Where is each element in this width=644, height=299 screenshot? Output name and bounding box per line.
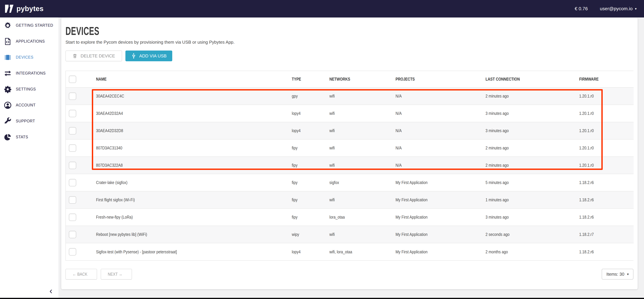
pybytes-logo[interactable]: pybytes [5, 5, 44, 13]
table-row[interactable]: 30AEA42D32D8 lopy4 wifi N/A 3 minutes ag… [66, 122, 634, 139]
row-checkbox[interactable] [69, 196, 76, 204]
sidebar-item-getting-started[interactable]: GETTING STARTED [0, 18, 58, 34]
table-row[interactable]: First flight sigfox (Wi-Fi) fipy wifi My… [66, 191, 634, 208]
sidebar-item-support[interactable]: SUPPORT [0, 113, 58, 129]
next-button[interactable]: NEXT → [101, 269, 132, 280]
device-last-connection: 3 minutes ago [486, 111, 509, 116]
device-projects: My First Application [396, 250, 428, 254]
device-firmware: 1.20.1.r0 [579, 94, 594, 98]
account-balance: € 0.76 [575, 6, 588, 12]
device-type: lopy4 [292, 128, 301, 133]
device-networks: wifi, lora_otaa [330, 250, 352, 254]
row-checkbox[interactable] [69, 92, 76, 100]
add-via-usb-label: ADD VIA USB [139, 54, 166, 58]
device-name: 807D3AC322A8 [96, 163, 123, 168]
sidebar-item-label: DEVICES [16, 55, 34, 60]
device-projects: My First Application [396, 180, 428, 185]
page-subtitle: Start to explore the Pycom devices by pr… [66, 40, 634, 45]
column-header-projects: PROJECTS [396, 77, 415, 82]
device-type: wipy [292, 232, 299, 237]
row-checkbox[interactable] [69, 110, 76, 117]
device-last-connection: 1 minutes ago [486, 198, 509, 202]
sidebar-item-applications[interactable]: APPLICATIONS [0, 34, 58, 49]
sidebar-item-stats[interactable]: STATS [0, 129, 58, 145]
add-via-usb-button[interactable]: ADD VIA USB [126, 50, 172, 61]
device-last-connection: 2 months ago [486, 250, 508, 254]
table-row[interactable]: Sigfox-test (with Pysense) - [pastoor pe… [66, 243, 634, 260]
device-projects: N/A [396, 111, 402, 116]
row-checkbox[interactable] [69, 179, 76, 186]
table-row[interactable]: 807D3AC322A8 fipy wifi N/A 2 minutes ago… [66, 157, 634, 174]
device-last-connection: 2 minutes ago [486, 146, 509, 150]
row-checkbox[interactable] [69, 162, 76, 169]
table-row[interactable]: 807D3AC31340 fipy wifi N/A 2 minutes ago… [66, 139, 634, 157]
table-header-row: NAME TYPE NETWORKS PROJECTS LAST CONNECT… [66, 71, 634, 88]
column-header-name: NAME [96, 77, 106, 82]
device-firmware: 1.18.2.r6 [579, 215, 594, 220]
device-projects: My First Application [396, 232, 428, 237]
toolbar: DELETE DEVICE ADD VIA USB [66, 50, 634, 61]
items-per-page-dropdown[interactable]: Items: 30 ▾ [602, 269, 634, 280]
table-row[interactable]: Reboot [new pybytes lib] (WiFi) wipy wif… [66, 226, 634, 243]
page-title: DEVICES [66, 25, 440, 36]
table-row[interactable]: 30AEA42CEC4C gpy wifi N/A 2 minutes ago … [66, 88, 634, 105]
wrench-icon [3, 117, 12, 125]
row-checkbox[interactable] [69, 214, 76, 221]
device-name: First flight sigfox (Wi-Fi) [96, 198, 135, 202]
device-type: fipy [292, 146, 298, 150]
device-networks: wifi [330, 111, 335, 116]
device-type: lopy4 [292, 111, 301, 116]
delete-device-label: DELETE DEVICE [80, 54, 115, 58]
device-firmware: 1.18.2.r6 [579, 180, 594, 185]
row-checkbox[interactable] [69, 127, 76, 134]
column-header-type: TYPE [292, 77, 301, 82]
table-row[interactable]: Crater-lake (sigfox) fipy sigfox My Firs… [66, 174, 634, 191]
usb-icon [131, 53, 136, 59]
device-networks: wifi [330, 128, 335, 133]
user-menu[interactable]: user@pycom.io ▾ [600, 6, 636, 12]
collapse-sidebar-icon[interactable]: ‹ [50, 286, 52, 295]
device-type: fipy [292, 180, 298, 185]
row-checkbox[interactable] [69, 248, 76, 256]
gear-icon [3, 85, 12, 93]
device-name: Fresh-new-fipy (LoRa) [96, 215, 133, 220]
device-projects: N/A [396, 94, 402, 98]
device-projects: N/A [396, 163, 402, 168]
sidebar-item-integrations[interactable]: INTEGRATIONS [0, 65, 58, 81]
delete-device-button[interactable]: DELETE DEVICE [66, 50, 122, 61]
bottom-edge-bar [0, 298, 644, 299]
user-email: user@pycom.io [600, 6, 632, 12]
back-button[interactable]: ← BACK [66, 269, 97, 280]
device-networks: wifi [330, 198, 335, 202]
items-per-page-label: Items: 30 [606, 272, 624, 277]
trash-icon [72, 54, 77, 58]
pycom-logo-icon [5, 5, 14, 13]
sidebar-item-account[interactable]: ACCOUNT [0, 97, 58, 113]
logo-text: pybytes [16, 5, 44, 13]
device-projects: N/A [396, 128, 402, 133]
device-networks: sigfox [330, 180, 339, 185]
row-checkbox[interactable] [69, 144, 76, 152]
device-networks: wifi [330, 94, 335, 98]
table-row[interactable]: Fresh-new-fipy (LoRa) fipy lora_otaa My … [66, 208, 634, 226]
pie-chart-icon [3, 133, 12, 141]
column-header-networks: NETWORKS [330, 77, 350, 82]
sidebar-item-devices[interactable]: DEVICES [0, 49, 58, 65]
table-row[interactable]: 30AEA42D32A4 lopy4 wifi N/A 3 minutes ag… [66, 105, 634, 122]
file-code-icon [3, 38, 12, 46]
device-type: fipy [292, 198, 298, 202]
swap-arrows-icon [3, 69, 12, 78]
device-firmware: 1.20.1.r0 [579, 128, 594, 133]
next-label: NEXT → [108, 272, 122, 277]
select-all-checkbox[interactable] [69, 76, 76, 83]
back-label: ← BACK [72, 272, 87, 277]
row-checkbox[interactable] [69, 231, 76, 238]
sidebar-item-settings[interactable]: SETTINGS [0, 81, 58, 97]
device-type: gpy [292, 94, 298, 98]
device-projects: My First Application [396, 215, 428, 220]
device-name: 30AEA42D32D8 [96, 128, 123, 133]
device-firmware: 1.18.2.r7 [579, 232, 594, 237]
device-last-connection: 2 seconds ago [486, 232, 510, 237]
pybytes-devices-page: { "navbar": { "logo_text": "pybytes", "b… [0, 0, 644, 299]
sidebar-item-label: SUPPORT [16, 119, 35, 124]
